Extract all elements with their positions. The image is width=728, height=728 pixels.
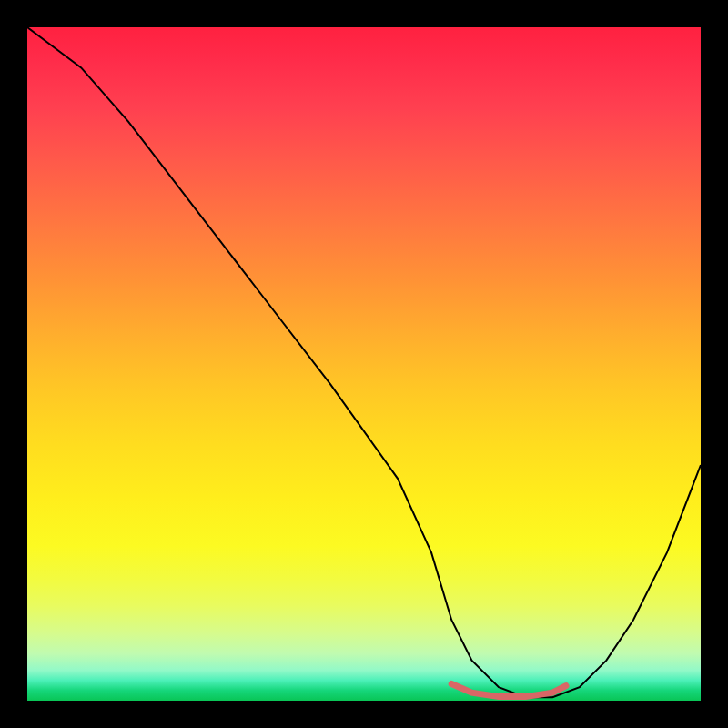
chart-area xyxy=(27,27,701,701)
chart-svg xyxy=(27,27,701,701)
bottleneck-curve xyxy=(27,27,701,697)
watermark-text: TheBottleneck.com xyxy=(541,5,712,29)
